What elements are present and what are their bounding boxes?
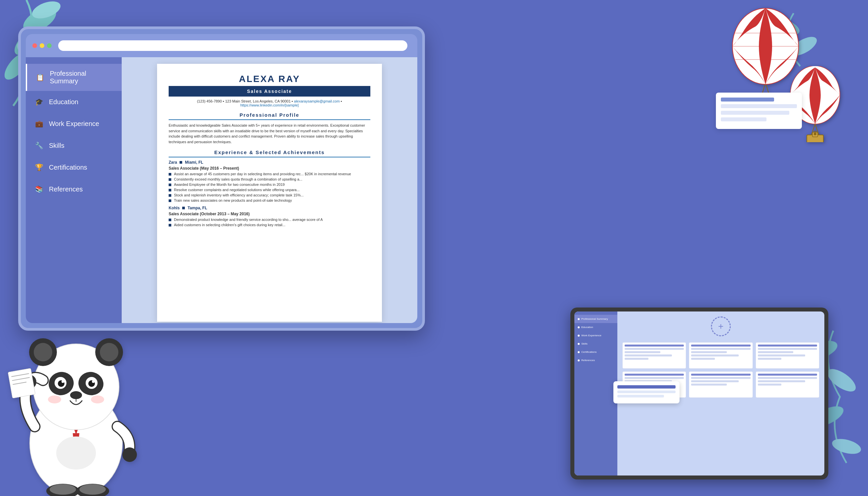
device-nav-label: Education — [581, 326, 593, 329]
sidebar-item-references[interactable]: 📚 References — [26, 178, 122, 200]
bullet-text: Demonstrated product knowledge and frien… — [174, 218, 323, 221]
sidebar-item-professional-summary[interactable]: 📋 Professional Summary — [26, 64, 122, 91]
template-card-6[interactable] — [756, 371, 819, 398]
bullet-icon — [169, 184, 171, 186]
bullet-icon — [169, 224, 171, 227]
svg-point-33 — [56, 436, 96, 469]
tablet-device: Professional Summary Education Work Expe… — [570, 308, 828, 479]
device-nav-label: Work Experience — [581, 334, 602, 337]
bullet-icon — [169, 194, 171, 197]
laptop-frame: 📋 Professional Summary 🎓 Education 💼 Wor… — [18, 27, 425, 331]
bullet-icon — [169, 173, 171, 175]
bullet-icon — [169, 178, 171, 181]
sidebar-label-references: References — [49, 186, 83, 193]
svg-point-25 — [70, 391, 82, 399]
card-line — [691, 344, 750, 346]
card-line — [758, 355, 805, 356]
device-nav-label: Skills — [581, 342, 588, 345]
device-nav-professional-summary: Professional Summary — [574, 315, 617, 323]
sidebar-label-certifications: Certifications — [49, 164, 87, 171]
floating-card — [614, 381, 680, 403]
svg-point-27 — [48, 396, 61, 403]
card-line — [758, 348, 817, 350]
card-line — [691, 384, 727, 386]
add-template-button[interactable]: + — [711, 316, 731, 336]
card-line — [625, 355, 672, 356]
svg-point-15 — [34, 343, 52, 361]
resume-name: Alexa Ray — [169, 74, 370, 84]
svg-point-30 — [122, 447, 137, 462]
employer-location-zara: Miami, FL — [185, 160, 203, 165]
sidebar: 📋 Professional Summary 🎓 Education 💼 Wor… — [26, 57, 122, 323]
sidebar-item-work-experience[interactable]: 💼 Work Experience — [26, 113, 122, 135]
browser-dot-green[interactable] — [47, 43, 51, 48]
job-title-zara: Sales Associate (May 2016 – Present) — [169, 166, 370, 171]
card-line — [691, 355, 738, 356]
device-dot — [578, 343, 580, 345]
bullet-text: Aided customers in selecting children's … — [174, 223, 285, 227]
resume-contact: (123) 456-7890 ▪ 123 Main Street, Los An… — [169, 99, 370, 107]
svg-point-16 — [100, 343, 118, 361]
template-card-2[interactable] — [689, 342, 753, 369]
card-line — [625, 351, 660, 353]
floating-card-line-1 — [617, 385, 676, 389]
employer-zara: Zara Miami, FL — [169, 160, 370, 165]
browser-dot-red[interactable] — [32, 43, 37, 48]
contact-sep3: ▪ — [341, 99, 342, 103]
card-line — [691, 351, 727, 353]
bullet-zara-1: Assist an average of 45 customers per da… — [169, 172, 370, 176]
card-line — [758, 380, 805, 382]
content-area: 📋 Professional Summary 🎓 Education 💼 Wor… — [26, 57, 417, 323]
section-title-experience: Experience & Selected Achievements — [169, 150, 370, 157]
browser-address-bar[interactable] — [58, 40, 407, 51]
card-line — [691, 348, 750, 350]
device-dot — [578, 318, 580, 320]
device-nav-references: References — [574, 356, 617, 365]
job-title-kohls: Sales Associate (October 2013 – May 2016… — [169, 212, 370, 216]
bullet-text: Train new sales associates on new produc… — [174, 198, 292, 202]
svg-point-8 — [824, 365, 859, 396]
contact-linkedin[interactable]: https://www.linkedin.com/in/[sample] — [241, 103, 299, 107]
template-card-3[interactable] — [756, 342, 819, 369]
bullet-text: Resolve customer complaints and negotiat… — [174, 188, 299, 192]
browser-dots — [32, 43, 51, 48]
svg-point-36 — [50, 484, 76, 495]
card-line — [758, 374, 817, 376]
card-line — [758, 384, 782, 386]
cert-icon: 🏆 — [34, 162, 44, 172]
sidebar-label-skills: Skills — [49, 142, 64, 150]
resume-document: Alexa Ray Sales Associate (123) 456-7890… — [157, 64, 382, 322]
laptop-screen: 📋 Professional Summary 🎓 Education 💼 Wor… — [26, 34, 417, 323]
bullet-zara-6: Train new sales associates on new produc… — [169, 198, 370, 202]
floating-card-line-2 — [617, 390, 676, 393]
employer-dot — [180, 161, 182, 164]
device-nav-education: Education — [574, 323, 617, 331]
card-line — [625, 344, 684, 346]
svg-point-37 — [79, 484, 106, 495]
widget-row-4 — [721, 118, 766, 121]
card-line — [758, 344, 817, 346]
bullet-kohls-1: Demonstrated product knowledge and frien… — [169, 218, 370, 221]
resume-area: Alexa Ray Sales Associate (123) 456-7890… — [122, 57, 417, 323]
bullet-kohls-2: Aided customers in selecting children's … — [169, 223, 370, 227]
device-nav-label: Professional Summary — [581, 317, 608, 321]
device-dot — [578, 359, 580, 361]
contact-email[interactable]: alexaraysample@gmail.com — [294, 99, 340, 103]
bullet-icon — [169, 219, 171, 221]
device-nav-certifications: Certifications — [574, 348, 617, 356]
bullet-zara-5: Stock and replenish inventory with effic… — [169, 193, 370, 197]
resume-title: Sales Associate — [169, 86, 370, 96]
sidebar-item-skills[interactable]: 🔧 Skills — [26, 135, 122, 156]
svg-point-2 — [30, 0, 63, 22]
device-dot — [578, 326, 580, 328]
template-card-5[interactable] — [689, 371, 753, 398]
device-dot — [578, 351, 580, 353]
browser-dot-yellow[interactable] — [40, 43, 44, 48]
svg-point-54 — [814, 133, 817, 135]
sidebar-item-education[interactable]: 🎓 Education — [26, 91, 122, 113]
card-line — [758, 358, 782, 360]
profile-content: Enthusiastic and knowledgeable Sales Ass… — [169, 123, 370, 144]
template-card-1[interactable] — [622, 342, 686, 369]
card-line — [691, 380, 738, 382]
sidebar-item-certifications[interactable]: 🏆 Certifications — [26, 156, 122, 178]
